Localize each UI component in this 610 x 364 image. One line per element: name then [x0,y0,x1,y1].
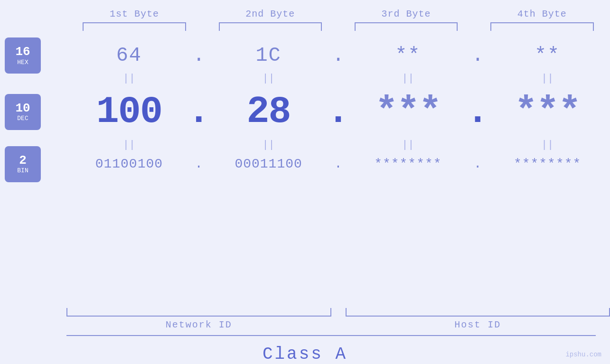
hex-dot-3: . [470,44,485,67]
byte-header-2: 2nd Byte [202,9,338,19]
network-id-label: Network ID [66,319,331,330]
equals-row-1: || || || || [66,71,610,86]
hex-byte-cells: 64 . 1C . ** . ** [66,44,610,67]
eq2-c4: || [485,138,610,152]
dec-cell-4: *** [485,90,610,133]
hex-badge-number: 16 [15,45,30,59]
outer-bracket [66,335,596,336]
dec-cell-2: 28 [206,90,331,133]
bracket-top-1 [83,22,186,31]
rows-area: 16 HEX 64 . 1C . ** . ** [0,31,610,306]
hex-value-2: 1C [255,44,281,67]
eq2-c1: || [66,138,192,152]
dec-dot-3: . [470,90,485,133]
bin-byte-cells: 01100100 . 00011100 . ******** . *******… [66,157,610,171]
bin-cell-3: ******** [346,157,471,171]
dec-dot-1: . [192,90,206,133]
host-bracket [346,308,610,317]
dec-value-4: *** [515,90,580,133]
bracket-cell-2 [202,22,338,31]
hex-cell-1: 64 [66,44,192,67]
bottom-bracket-row [0,308,610,317]
hex-dot-2: . [331,44,346,67]
bracket-top-4 [490,22,594,31]
bracket-top-3 [355,22,458,31]
byte-header-3: 3rd Byte [338,9,474,19]
dec-badge: 10 DEC [5,94,41,130]
outer-bracket-row [0,335,610,336]
byte-headers: 1st Byte 2nd Byte 3rd Byte 4th Byte [0,9,610,19]
hex-cell-3: ** [346,44,471,67]
eq2-c2: || [206,138,331,152]
bin-value-2: 00011100 [235,157,302,171]
bin-dot-2: . [331,157,346,171]
hex-value-1: 64 [116,44,142,67]
eq1-c2: || [206,72,331,85]
dec-value-1: 100 [96,90,162,133]
eq1-c3: || [346,72,471,85]
hex-cell-2: 1C [206,44,331,67]
bin-value-1: 01100100 [95,157,163,171]
hex-cell-4: ** [485,44,610,67]
bracket-cell-3 [338,22,474,31]
main-container: 1st Byte 2nd Byte 3rd Byte 4th Byte 16 H… [0,0,610,364]
labels-row: Network ID Host ID [0,319,610,330]
bin-cell-4: ******** [485,157,610,171]
eq2-c3: || [346,138,471,152]
bin-cell-2: 00011100 [206,157,331,171]
dec-value-3: *** [375,90,441,133]
hex-row: 16 HEX 64 . 1C . ** . ** [66,40,610,71]
hex-badge-label: HEX [17,59,28,66]
bin-value-3: ******** [374,157,441,171]
bin-badge: 2 BIN [5,146,41,182]
watermark: ipshu.com [565,351,601,358]
dec-cell-3: *** [346,90,471,133]
top-bracket-row [0,22,610,31]
hex-badge: 16 HEX [5,37,41,74]
eq1-c4: || [485,72,610,85]
hex-value-4: ** [535,44,560,67]
bin-row: 2 BIN 01100100 . 00011100 . ******** . *… [66,153,610,175]
equals-row-2: || || || || [66,137,610,153]
class-label: Class A [0,345,610,364]
hex-value-3: ** [395,44,421,67]
bin-badge-number: 2 [19,154,27,168]
bracket-top-2 [219,22,322,31]
hex-dot-1: . [192,44,206,67]
dec-dot-2: . [331,90,346,133]
bin-dot-3: . [470,157,485,171]
dec-cell-1: 100 [66,90,192,133]
dec-row: 10 DEC 100 . 28 . *** . *** [66,86,610,137]
dec-badge-number: 10 [15,102,30,115]
bin-value-4: ******** [514,157,581,171]
dec-badge-label: DEC [17,115,28,122]
network-bracket [66,308,331,317]
host-id-label: Host ID [346,319,610,330]
bracket-cell-4 [474,22,610,31]
dec-byte-cells: 100 . 28 . *** . *** [66,90,610,133]
byte-header-1: 1st Byte [66,9,202,19]
bin-dot-1: . [192,157,206,171]
bracket-cell-1 [66,22,202,31]
bin-cell-1: 01100100 [66,157,192,171]
bin-badge-label: BIN [17,167,28,174]
dec-value-2: 28 [247,90,291,133]
eq1-c1: || [66,72,192,85]
byte-header-4: 4th Byte [474,9,610,19]
